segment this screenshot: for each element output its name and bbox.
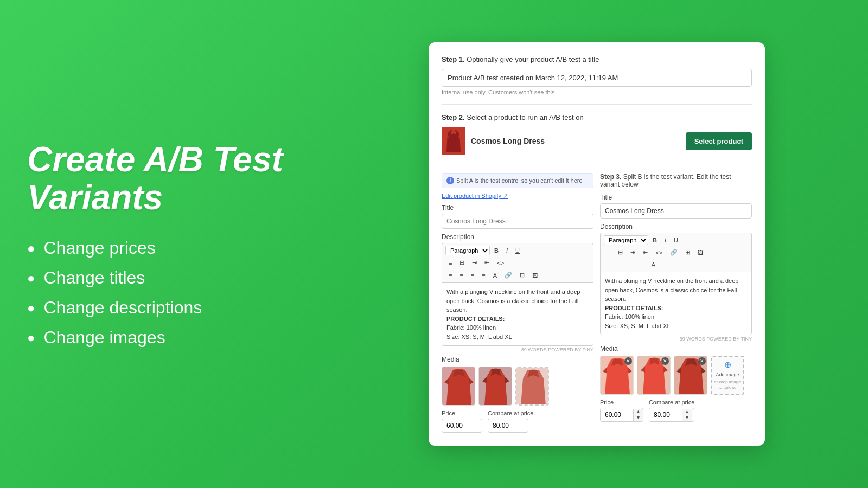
split-b-media-2-remove[interactable]: ✕ <box>661 357 669 365</box>
split-b-compare-label: Compare at price <box>649 399 694 406</box>
step1-label: Step 1. Optionally give your product A/B… <box>442 55 752 63</box>
split-a-align-center[interactable]: ≡ <box>456 270 466 280</box>
split-a-underline-btn[interactable]: U <box>512 246 523 255</box>
split-a-dress-1-icon <box>442 367 475 406</box>
select-product-button[interactable]: Select product <box>686 132 752 150</box>
split-b-editor-area[interactable]: With a plunging V neckline on the front … <box>600 272 752 335</box>
product-name: Cosmos Long Dress <box>471 137 545 145</box>
split-a-align-right[interactable]: ≡ <box>468 270 477 280</box>
split-a-compare-input <box>488 419 528 433</box>
split-b-align-left[interactable]: ≡ <box>604 260 614 269</box>
split-b-list-btn[interactable]: ≡ <box>604 247 614 258</box>
split-b-compare-down[interactable]: ▼ <box>682 415 692 421</box>
bullet-item-3: Change descriptions <box>27 298 309 318</box>
test-title-input[interactable] <box>442 69 752 87</box>
split-b-underline-btn[interactable]: U <box>671 235 681 245</box>
split-a-compare-group: Compare at price <box>488 410 533 433</box>
split-a-title-label: Title <box>442 204 593 211</box>
split-b-olist-btn[interactable]: ⊟ <box>615 247 626 258</box>
bullet-item-2: Change titles <box>27 268 309 288</box>
left-panel: Create A/B Test Variants Change prices C… <box>0 0 336 488</box>
split-b-indent-btn[interactable]: ⇥ <box>627 247 639 258</box>
split-b-italic-btn[interactable]: I <box>661 235 669 245</box>
split-a-table-btn[interactable]: ⊞ <box>516 270 528 280</box>
split-b-align-justify[interactable]: ≡ <box>637 260 647 269</box>
split-a-price-group: Price <box>442 410 482 433</box>
split-b-link-btn[interactable]: 🔗 <box>667 247 681 258</box>
split-b-title-label: Title <box>600 194 752 201</box>
split-b-editor-footer: 39 WORDS POWERED BY TINY <box>600 336 752 342</box>
split-b-add-image-btn[interactable]: ⊕ Add image or drop image to upload <box>711 356 744 395</box>
split-a-panel: i Split A is the test control so you can… <box>442 173 593 433</box>
split-a-align-justify[interactable]: ≡ <box>478 270 488 280</box>
split-a-list-btn[interactable]: ≡ <box>445 258 455 268</box>
split-b-price-group: Price ▲ ▼ <box>600 399 643 422</box>
split-a-media-label: Media <box>442 356 593 363</box>
split-a-bold-btn[interactable]: B <box>491 246 502 255</box>
split-a-indent-btn[interactable]: ⇥ <box>469 258 480 268</box>
split-a-dress-2-icon <box>479 367 512 406</box>
hint-text: Internal use only. Customers won't see t… <box>442 89 752 95</box>
split-b-media-3-remove[interactable]: ✕ <box>698 357 706 365</box>
split-a-dress-3-icon <box>516 368 549 406</box>
split-b-compare-up[interactable]: ▲ <box>682 409 692 415</box>
split-a-price-input <box>442 419 482 433</box>
add-image-text: Add image <box>716 372 739 378</box>
split-a-price-row: Price Compare at price <box>442 410 593 433</box>
info-icon: i <box>446 177 454 184</box>
split-a-italic-btn[interactable]: I <box>503 246 511 255</box>
split-a-olist-btn[interactable]: ⊟ <box>456 258 468 268</box>
split-b-para-select[interactable]: Paragraph <box>604 235 648 245</box>
split-b-price-down[interactable]: ▼ <box>634 415 643 421</box>
add-image-icon: ⊕ <box>724 359 731 371</box>
split-a-code-btn[interactable]: <> <box>494 258 507 268</box>
split-b-compare-steppers: ▲ ▼ <box>682 409 692 421</box>
split-a-align-left[interactable]: ≡ <box>445 270 455 280</box>
split-a-image-btn[interactable]: 🖼 <box>529 270 541 280</box>
split-b-media-label: Media <box>600 345 752 352</box>
split-b-compare-input[interactable] <box>649 408 682 421</box>
splits-container: i Split A is the test control so you can… <box>442 173 752 433</box>
split-a-para-select[interactable]: Paragraph <box>445 246 490 255</box>
split-b-compare-group: Compare at price ▲ ▼ <box>649 399 694 422</box>
split-b-price-input[interactable] <box>601 408 633 421</box>
split-b-color-btn[interactable]: A <box>648 260 659 269</box>
edit-shopify-link[interactable]: Edit product in Shopify ↗ <box>442 192 593 200</box>
split-b-title-input[interactable] <box>600 203 752 219</box>
split-b-code-btn[interactable]: <> <box>652 247 666 258</box>
split-b-price-steppers: ▲ ▼ <box>633 409 643 421</box>
split-b-outdent-btn[interactable]: ⇤ <box>640 247 651 258</box>
step3-header: Step 3. Split B is the test variant. Edi… <box>600 173 752 188</box>
split-b-panel: Step 3. Split B is the test variant. Edi… <box>600 173 752 433</box>
bullet-item-1: Change prices <box>27 238 309 258</box>
bullet-list: Change prices Change titles Change descr… <box>27 238 309 348</box>
split-a-outdent-btn[interactable]: ⇤ <box>481 258 493 268</box>
split-a-editor-area: With a plunging V neckline on the front … <box>442 282 593 346</box>
split-b-table-btn[interactable]: ⊞ <box>682 247 693 258</box>
split-b-editor-toolbar: Paragraph B I U ≡ ⊟ ⇥ ⇤ <> 🔗 ⊞ � <box>600 233 752 272</box>
split-b-img-btn[interactable]: 🖼 <box>694 247 707 258</box>
split-a-price-label: Price <box>442 410 482 416</box>
split-a-media-1 <box>442 367 475 406</box>
split-a-compare-label: Compare at price <box>488 410 533 416</box>
split-b-price-row: Price ▲ ▼ Compare at price <box>600 399 752 422</box>
split-b-align-right[interactable]: ≡ <box>626 260 636 269</box>
right-panel: Step 1. Optionally give your product A/B… <box>336 0 868 488</box>
split-b-align-center[interactable]: ≡ <box>615 260 624 269</box>
split-a-desc-label: Description <box>442 233 593 241</box>
product-thumbnail <box>442 127 465 155</box>
split-a-media-2 <box>478 367 512 406</box>
split-a-color-btn[interactable]: A <box>490 270 500 280</box>
split-b-desc-label: Description <box>600 223 752 230</box>
split-b-media-1-remove[interactable]: ✕ <box>624 357 632 365</box>
drop-image-text: or drop image to upload <box>714 380 741 391</box>
split-a-editor-footer: 39 WORDS POWERED BY TINY <box>442 347 593 352</box>
split-b-bold-btn[interactable]: B <box>649 235 660 245</box>
bullet-item-4: Change images <box>27 328 309 348</box>
split-a-link-btn[interactable]: 🔗 <box>501 270 515 280</box>
product-row: Cosmos Long Dress Select product <box>442 127 752 155</box>
split-a-media-3 <box>515 367 549 406</box>
split-b-price-up[interactable]: ▲ <box>634 409 643 415</box>
split-b-media-2: ✕ <box>637 356 671 395</box>
split-a-media-grid <box>442 367 593 406</box>
